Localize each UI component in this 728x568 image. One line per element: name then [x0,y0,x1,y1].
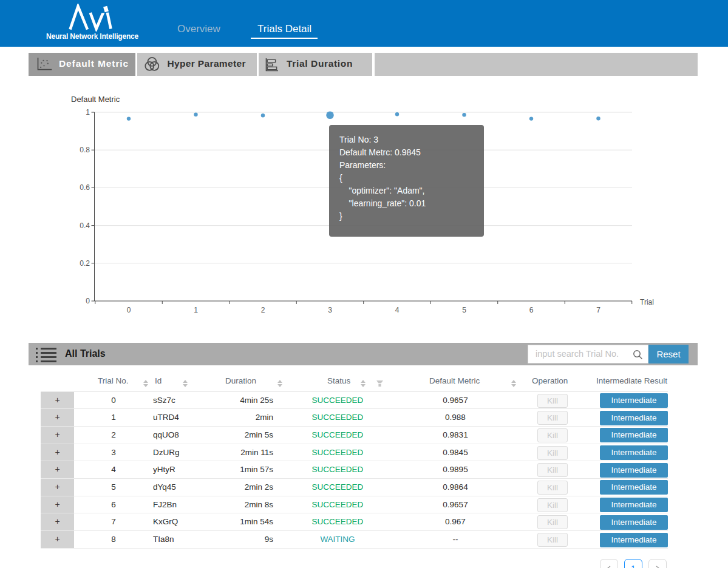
svg-text:0: 0 [86,297,90,305]
svg-text:7: 7 [596,306,600,314]
svg-text:Default Metric: Default Metric [71,95,120,104]
svg-text:0: 0 [127,306,131,314]
svg-text:1: 1 [194,306,198,314]
svg-text:0.2: 0.2 [80,259,90,268]
svg-text:0.8: 0.8 [80,146,90,154]
svg-text:5: 5 [462,306,466,314]
svg-text:3: 3 [328,306,332,314]
svg-text:2: 2 [261,306,265,314]
svg-text:1: 1 [86,108,90,117]
svg-text:0.6: 0.6 [80,183,90,192]
svg-text:0.4: 0.4 [80,221,90,230]
svg-text:6: 6 [529,306,534,314]
svg-text:Trial: Trial [640,298,654,306]
svg-text:4: 4 [395,306,400,314]
